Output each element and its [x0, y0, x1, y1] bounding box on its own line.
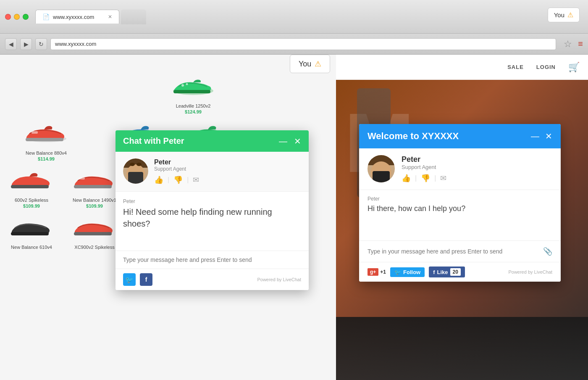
thumbs-down-icon-left[interactable]: 👎: [173, 175, 183, 185]
gplus-icon: g+: [368, 268, 378, 276]
divider2-left: |: [187, 176, 189, 184]
chat-header-left: Chat with Peter — ✕: [116, 130, 309, 152]
message-sender-right: Peter: [368, 196, 552, 202]
svg-rect-15: [79, 177, 85, 179]
shoe-icon: [8, 169, 55, 192]
minimize-button-right[interactable]: —: [531, 132, 539, 141]
agent-details-right: Peter Support Agent 👍 | 👎 | ✉: [402, 155, 552, 183]
product-880v4[interactable]: New Balance 880v4 $114.99: [13, 119, 80, 161]
browser-chrome: 📄 www.xyxxxx.com ✕ You ⚠: [0, 0, 588, 34]
minimize-button-left[interactable]: —: [279, 137, 287, 145]
attach-icon[interactable]: 📎: [543, 247, 552, 256]
chat-title-left: Chat with Peter: [123, 136, 184, 146]
chat-title-right: Welcome to XYXXXX: [368, 131, 459, 142]
thumbs-up-icon-right[interactable]: 👍: [402, 174, 411, 183]
agent-avatar-left: [123, 158, 148, 184]
message-text-right: Hi there, how can I help you?: [368, 203, 552, 214]
warning-hero-icon: ⚠: [315, 59, 321, 69]
site-nav: SALE LOGIN 🛒: [336, 55, 588, 80]
sale-link[interactable]: SALE: [507, 64, 524, 70]
facebook-button-left[interactable]: f: [140, 273, 152, 286]
product-img-spikeless: [6, 166, 57, 195]
chat-input-area-left[interactable]: [116, 251, 309, 269]
svg-rect-16: [11, 232, 49, 235]
chat-controls-right: — ✕: [531, 131, 552, 141]
browser-toolbar: ◀ ▶ ↻ www.xyxxxx.com ☆ ≡: [0, 34, 588, 55]
agent-info-left: Peter Support Agent 👍 | 👎 | ✉: [116, 152, 309, 192]
svg-rect-17: [74, 232, 112, 235]
tab-label: www.xyxxxx.com: [53, 14, 94, 20]
svg-rect-14: [74, 185, 112, 188]
cart-icon[interactable]: 🛒: [568, 62, 580, 73]
tab-close-button[interactable]: ✕: [108, 14, 112, 20]
email-icon-right[interactable]: ✉: [440, 174, 446, 183]
close-button-left[interactable]: ✕: [294, 137, 301, 145]
product-price-leadville: $124.99: [164, 109, 223, 114]
thumbs-down-icon-right[interactable]: 👎: [421, 174, 430, 183]
chat-input-left[interactable]: [123, 256, 301, 263]
follow-button[interactable]: 🐦 Follow: [390, 267, 425, 277]
facebook-icon: f: [433, 269, 435, 275]
close-button-right[interactable]: ✕: [545, 131, 552, 141]
chat-widget-right: Welcome to XYXXXX — ✕ Peter Support Agen…: [359, 124, 561, 282]
divider1-right: |: [415, 174, 417, 182]
close-button[interactable]: [5, 14, 11, 20]
product-img-xc900: [69, 213, 120, 242]
product-img-1490: [69, 166, 120, 195]
divider2-right: |: [434, 174, 436, 182]
svg-point-3: [186, 83, 188, 85]
reload-button[interactable]: ↻: [35, 38, 47, 50]
product-leadville[interactable]: Leadville 1250v2 $124.99: [164, 71, 223, 114]
chat-messages-right: Peter Hi there, how can I help you?: [359, 190, 561, 240]
product-xc900[interactable]: XC900v2 Spikeless: [67, 213, 122, 256]
agent-role-left: Support Agent: [154, 166, 301, 172]
star-icon[interactable]: ☆: [564, 39, 572, 50]
chat-input-right[interactable]: [368, 248, 540, 255]
tab-icon: 📄: [42, 13, 50, 20]
powered-by-left: Powered by LiveChat: [257, 277, 301, 282]
agent-role-right: Support Agent: [402, 164, 552, 170]
traffic-lights: [5, 14, 29, 20]
product-1490[interactable]: New Balance 1490v1 $109.99: [67, 166, 122, 208]
twitter-bird-icon: 🐦: [394, 269, 401, 275]
follow-label: Follow: [403, 269, 420, 275]
svg-rect-5: [26, 138, 63, 141]
agent-avatar-right: [368, 155, 395, 182]
address-bar[interactable]: www.xyxxxx.com: [50, 38, 556, 50]
product-price-1490: $109.99: [67, 203, 122, 208]
product-name-spikeless: 600v2 Spikeless: [4, 198, 59, 203]
agent-details-left: Peter Support Agent 👍 | 👎 | ✉: [154, 158, 301, 185]
thumbs-up-icon-left[interactable]: 👍: [154, 175, 163, 185]
facebook-like-button[interactable]: f Like 20: [429, 267, 465, 277]
agent-actions-left: 👍 | 👎 | ✉: [154, 175, 301, 185]
login-link[interactable]: LOGIN: [536, 64, 556, 70]
product-610v4[interactable]: New Balance 610v4: [4, 213, 59, 256]
back-button[interactable]: ◀: [5, 38, 17, 50]
chat-footer-right: g+ +1 🐦 Follow f Like 20 Powered by Live…: [359, 262, 561, 282]
chat-header-right: Welcome to XYXXXX — ✕: [359, 124, 561, 148]
minimize-button[interactable]: [14, 14, 20, 20]
you-badge-chrome[interactable]: You ⚠: [548, 8, 580, 22]
twitter-button-left[interactable]: 🐦: [123, 273, 136, 286]
browser-tab[interactable]: 📄 www.xyxxxx.com ✕: [35, 10, 119, 24]
forward-button[interactable]: ▶: [20, 38, 32, 50]
maximize-button[interactable]: [23, 14, 29, 20]
powered-by-right: Powered by LiveChat: [508, 269, 552, 274]
email-icon-left[interactable]: ✉: [193, 175, 199, 185]
chat-input-area-right[interactable]: 📎: [359, 240, 561, 262]
tab-bar: 📄 www.xyxxxx.com ✕: [35, 9, 583, 24]
you-badge-hero[interactable]: You ⚠: [290, 55, 330, 73]
gplus-label: +1: [380, 269, 386, 275]
like-label: Like: [437, 269, 448, 275]
agent-info-right: Peter Support Agent 👍 | 👎 | ✉: [359, 148, 561, 190]
product-spikeless[interactable]: 600v2 Spikeless $109.99: [4, 166, 59, 208]
product-row-1: Leadville 1250v2 $124.99: [0, 67, 336, 114]
shoe-icon: [71, 216, 118, 239]
shoe-icon: [71, 169, 118, 192]
menu-icon[interactable]: ≡: [578, 39, 583, 49]
svg-rect-13: [11, 185, 49, 188]
google-plus-button[interactable]: g+ +1: [368, 268, 386, 276]
message-text-left: Hi! Need some help finding new running s…: [123, 206, 301, 230]
tab-spacer: [121, 9, 146, 24]
warning-icon: ⚠: [567, 11, 573, 19]
